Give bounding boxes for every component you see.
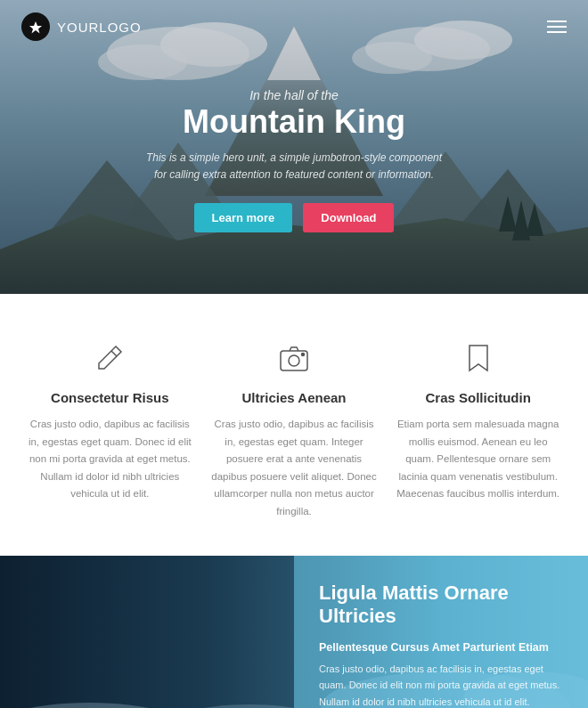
feature-item-3: Cras Sollicitudin Etiam porta sem malesu… — [395, 338, 561, 520]
feature-text-3: Etiam porta sem malesuada magna mollis e… — [395, 416, 561, 503]
feature-text-2: Cras justo odio, dapibus ac facilisis in… — [211, 416, 378, 520]
logo-icon — [21, 12, 50, 41]
hero-subtitle: In the hall of the — [249, 88, 339, 102]
callout-subtitle: Pellentesque Cursus Amet Parturient Etia… — [319, 641, 563, 654]
bookmark-icon — [459, 338, 498, 378]
hero-buttons: Learn more Download — [194, 203, 395, 232]
callout-title: Ligula Mattis Ornare Ultricies — [319, 582, 563, 629]
callout-section: Ligula Mattis Ornare Ultricies Pellentes… — [0, 556, 588, 708]
svg-point-21 — [289, 355, 299, 366]
learn-more-button[interactable]: Learn more — [194, 203, 293, 232]
camera-icon — [274, 338, 314, 378]
callout-left — [0, 556, 294, 708]
logo-text: YOURLOGO — [57, 20, 142, 35]
hero-description: This is a simple hero unit, a simple jum… — [143, 150, 445, 183]
features-section: Consectetur Risus Cras justo odio, dapib… — [0, 294, 588, 556]
navbar: YOURLOGO — [0, 0, 588, 53]
svg-line-19 — [111, 351, 117, 356]
hamburger-menu[interactable] — [547, 20, 567, 33]
feature-text-1: Cras justo odio, dapibus ac facilisis in… — [27, 416, 193, 503]
feature-title-2: Ultricies Aenean — [242, 390, 347, 405]
download-button[interactable]: Download — [303, 203, 394, 232]
feature-title-1: Consectetur Risus — [51, 390, 169, 405]
feature-item-2: Ultricies Aenean Cras justo odio, dapibu… — [211, 338, 378, 520]
feature-title-3: Cras Sollicitudin — [426, 390, 531, 405]
feature-item-1: Consectetur Risus Cras justo odio, dapib… — [27, 338, 193, 520]
pencil-icon — [90, 338, 129, 378]
callout-right: Ligula Mattis Ornare Ultricies Pellentes… — [294, 556, 588, 708]
callout-text: Cras justo odio, dapibus ac facilisis in… — [319, 661, 563, 708]
hero-title: Mountain King — [183, 104, 405, 140]
svg-point-22 — [302, 354, 305, 356]
svg-marker-0 — [29, 21, 42, 34]
logo[interactable]: YOURLOGO — [21, 12, 142, 41]
